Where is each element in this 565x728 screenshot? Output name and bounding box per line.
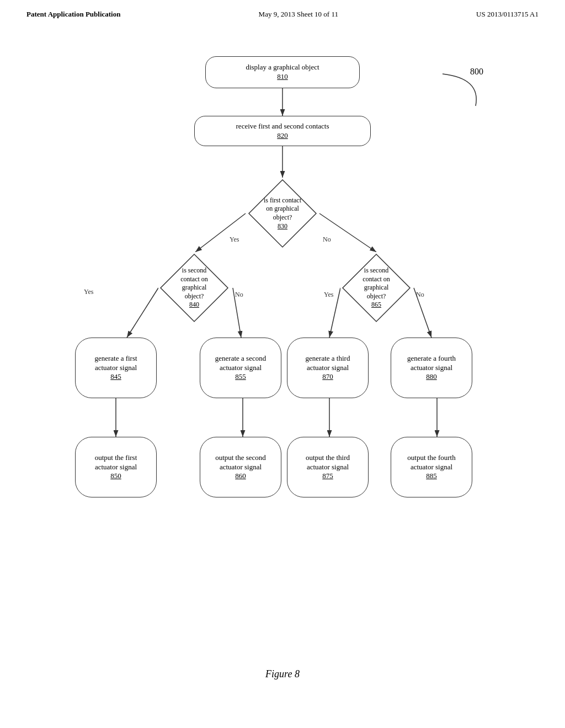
flowchart-diagram: display a graphical object 810 800 recei… <box>45 40 520 657</box>
node-870-label: generate a third actuator signal <box>306 354 350 372</box>
node-855-label: generate a second actuator signal <box>215 354 266 372</box>
label-800: 800 <box>470 66 483 78</box>
node-880-num: 880 <box>426 372 437 381</box>
node-850-label: output the first actuator signal <box>95 453 137 471</box>
node-850-num: 850 <box>110 472 121 480</box>
label-no-830: No <box>323 235 331 244</box>
node-865-label: is secondcontact ongraphicalobject? <box>363 266 390 300</box>
node-845: generate a first actuator signal 845 <box>75 338 157 398</box>
node-860-label: output the second actuator signal <box>215 453 266 471</box>
node-875: output the third actuator signal 875 <box>287 437 369 497</box>
node-810-label: display a graphical object <box>246 63 319 71</box>
page-header: Patent Application Publication May 9, 20… <box>0 0 565 23</box>
node-855: generate a second actuator signal 855 <box>200 338 281 398</box>
node-860-num: 860 <box>235 472 246 480</box>
node-840: is secondcontact ongraphicalobject? 840 <box>158 252 230 324</box>
node-810-num: 810 <box>277 72 288 81</box>
node-885: output the fourth actuator signal 885 <box>391 437 472 497</box>
node-845-label: generate a first actuator signal <box>94 354 137 372</box>
header-center: May 9, 2013 Sheet 10 of 11 <box>259 10 338 19</box>
node-875-num: 875 <box>322 472 333 480</box>
label-no-865: No <box>416 291 424 299</box>
node-840-num: 840 <box>189 301 199 308</box>
node-870: generate a third actuator signal 870 <box>287 338 369 398</box>
node-885-num: 885 <box>426 472 437 480</box>
svg-line-4 <box>319 213 376 252</box>
node-850: output the first actuator signal 850 <box>75 437 157 497</box>
label-yes-865: Yes <box>324 291 333 299</box>
header-left: Patent Application Publication <box>26 10 120 19</box>
label-yes-840: Yes <box>84 288 93 296</box>
node-830-num: 830 <box>278 222 287 230</box>
node-855-num: 855 <box>235 372 246 381</box>
node-880-label: generate a fourth actuator signal <box>407 354 456 372</box>
node-810: display a graphical object 810 <box>205 56 360 88</box>
node-885-label: output the fourth actuator signal <box>407 453 455 471</box>
figure-caption: Figure 8 <box>0 668 565 680</box>
label-no-840: No <box>235 291 243 299</box>
label-yes-830: Yes <box>230 235 239 244</box>
node-820: receive first and second contacts 820 <box>194 116 371 146</box>
node-845-num: 845 <box>110 372 121 381</box>
node-880: generate a fourth actuator signal 880 <box>391 338 472 398</box>
svg-line-5 <box>127 288 158 338</box>
node-820-label: receive first and second contacts <box>236 122 329 130</box>
node-870-num: 870 <box>322 372 333 381</box>
node-865-num: 865 <box>371 301 381 308</box>
header-right: US 2013/0113715 A1 <box>476 10 539 19</box>
node-860: output the second actuator signal 860 <box>200 437 281 497</box>
node-865: is secondcontact ongraphicalobject? 865 <box>340 252 412 324</box>
node-830-label: is first contacton graphicalobject? <box>264 196 301 221</box>
node-830: is first contacton graphicalobject? 830 <box>247 178 318 249</box>
svg-line-3 <box>195 213 246 252</box>
node-840-label: is secondcontact ongraphicalobject? <box>180 266 208 300</box>
node-875-label: output the third actuator signal <box>306 453 350 471</box>
node-820-num: 820 <box>277 131 288 140</box>
